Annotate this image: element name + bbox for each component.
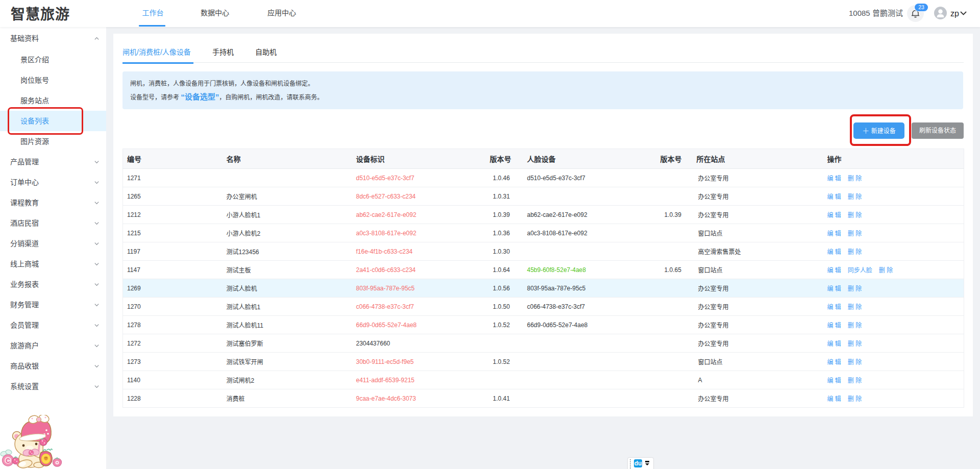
svg-text:C: C	[6, 457, 10, 464]
